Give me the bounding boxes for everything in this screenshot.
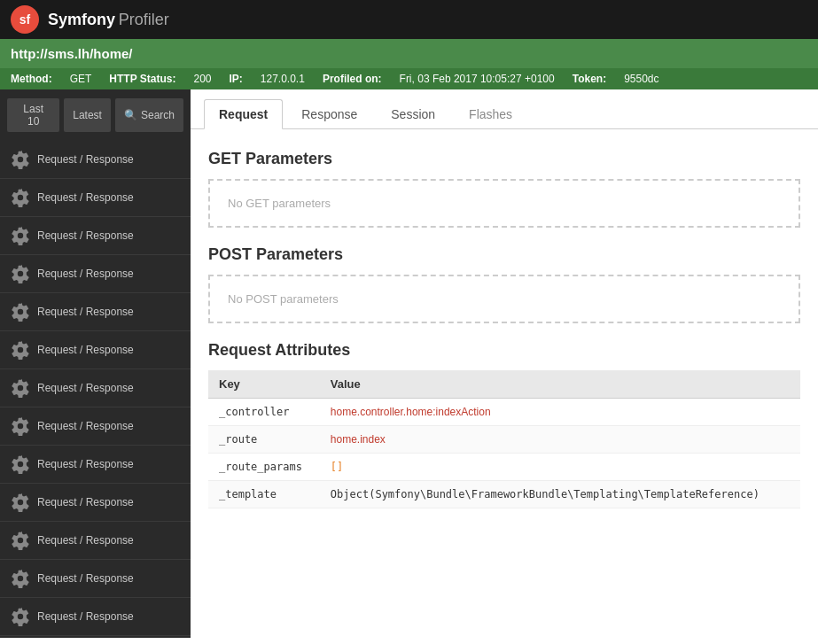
gear-icon: [11, 378, 30, 398]
sidebar-item-label: Request / Response: [37, 306, 134, 318]
method-label: Method:: [11, 73, 52, 85]
table-row: _routehome.index: [208, 426, 800, 454]
url-bar: http://sms.lh/home/: [0, 39, 818, 68]
attr-key: _template: [208, 481, 320, 508]
post-params-title: POST Parameters: [208, 245, 800, 264]
status-label: HTTP Status:: [109, 73, 175, 85]
sidebar-item-label: Request / Response: [37, 191, 134, 204]
gear-icon: [11, 188, 30, 207]
gear-icon: [11, 569, 30, 588]
app-title: Symfony: [48, 11, 115, 29]
gear-icon: [11, 264, 30, 283]
attr-value: []: [320, 454, 800, 481]
sidebar-items-list: Request / Response Request / Response Re…: [0, 141, 191, 636]
tab-flashes[interactable]: Flashes: [454, 99, 527, 129]
gear-icon: [11, 531, 30, 550]
meta-bar: Method: GET HTTP Status: 200 IP: 127.0.0…: [0, 68, 818, 89]
col-key: Key: [208, 370, 320, 399]
sidebar-item-3[interactable]: Request / Response: [0, 255, 191, 293]
sidebar: Last 10 Latest 🔍 Search Request / Respon…: [0, 89, 191, 638]
status-value: 200: [193, 73, 211, 85]
gear-icon: [11, 340, 30, 360]
tab-request[interactable]: Request: [204, 99, 283, 129]
sidebar-item-8[interactable]: Request / Response: [0, 446, 191, 484]
sidebar-buttons: Last 10 Latest 🔍 Search: [0, 89, 191, 141]
sidebar-item-label: Request / Response: [37, 458, 134, 470]
get-params-title: GET Parameters: [208, 150, 800, 168]
gear-icon: [11, 607, 30, 626]
symfony-logo: sf: [11, 5, 39, 34]
gear-icon: [11, 226, 30, 245]
profiled-label: Profiled on:: [323, 73, 382, 85]
sidebar-item-0[interactable]: Request / Response: [0, 141, 191, 179]
sidebar-item-label: Request / Response: [37, 496, 134, 508]
sidebar-item-label: Request / Response: [37, 153, 134, 166]
search-button[interactable]: 🔍 Search: [115, 98, 183, 132]
token-label: Token:: [573, 73, 606, 85]
table-row: _route_params[]: [208, 454, 800, 481]
sidebar-item-5[interactable]: Request / Response: [0, 331, 191, 369]
col-value: Value: [320, 370, 800, 399]
attr-key: _controller: [208, 399, 320, 426]
sidebar-item-10[interactable]: Request / Response: [0, 522, 191, 560]
sidebar-item-12[interactable]: Request / Response: [0, 598, 191, 636]
sidebar-item-1[interactable]: Request / Response: [0, 179, 191, 217]
sidebar-item-7[interactable]: Request / Response: [0, 407, 191, 446]
post-params-empty-text: No POST parameters: [228, 292, 339, 306]
sidebar-item-label: Request / Response: [37, 268, 134, 280]
content-body: GET Parameters No GET parameters POST Pa…: [191, 129, 818, 522]
latest-button[interactable]: Latest: [64, 98, 111, 132]
gear-icon: [11, 150, 30, 169]
gear-icon: [11, 302, 30, 322]
get-params-empty-text: No GET parameters: [228, 197, 331, 210]
tab-response[interactable]: Response: [286, 99, 372, 129]
token-value: 9550dc: [624, 73, 658, 85]
table-row: _templateObject(Symfony\Bundle\Framework…: [208, 481, 800, 508]
attr-key: _route: [208, 426, 320, 454]
search-icon: 🔍: [124, 109, 137, 121]
sidebar-item-label: Request / Response: [37, 610, 134, 623]
sidebar-item-label: Request / Response: [37, 229, 134, 242]
request-attrs-table: Key Value _controllerhome.controller.hom…: [208, 370, 800, 508]
sidebar-item-6[interactable]: Request / Response: [0, 369, 191, 407]
tabs-bar: Request Response Session Flashes: [191, 89, 818, 129]
get-params-empty: No GET parameters: [208, 179, 800, 228]
gear-icon: [11, 416, 30, 436]
attr-value: home.index: [320, 426, 800, 454]
tab-session[interactable]: Session: [376, 99, 450, 129]
attr-value: home.controller.home:indexAction: [320, 399, 800, 426]
sidebar-item-label: Request / Response: [37, 382, 134, 394]
sidebar-item-label: Request / Response: [37, 420, 134, 432]
profiled-value: Fri, 03 Feb 2017 10:05:27 +0100: [400, 73, 555, 85]
ip-label: IP:: [229, 73, 242, 85]
last10-button[interactable]: Last 10: [7, 98, 59, 132]
sidebar-item-2[interactable]: Request / Response: [0, 217, 191, 255]
url-text: http://sms.lh/home/: [11, 46, 133, 61]
sidebar-item-label: Request / Response: [37, 534, 134, 547]
topbar: sf Symfony Profiler: [0, 0, 818, 39]
sidebar-item-label: Request / Response: [37, 572, 134, 585]
logo-text: sf: [19, 12, 30, 27]
post-params-empty: No POST parameters: [208, 275, 800, 323]
attr-key: _route_params: [208, 454, 320, 481]
sidebar-item-label: Request / Response: [37, 344, 134, 356]
gear-icon: [11, 493, 30, 512]
method-value: GET: [70, 73, 92, 85]
table-row: _controllerhome.controller.home:indexAct…: [208, 399, 800, 426]
gear-icon: [11, 454, 30, 474]
attr-value: Object(Symfony\Bundle\FrameworkBundle\Te…: [320, 481, 800, 508]
sidebar-item-11[interactable]: Request / Response: [0, 560, 191, 598]
content-area: Request Response Session Flashes GET Par…: [191, 89, 818, 638]
search-label: Search: [141, 109, 175, 121]
main-layout: Last 10 Latest 🔍 Search Request / Respon…: [0, 89, 818, 638]
app-subtitle: Profiler: [119, 11, 169, 29]
sidebar-item-9[interactable]: Request / Response: [0, 484, 191, 522]
request-attrs-title: Request Attributes: [208, 341, 800, 360]
sidebar-item-4[interactable]: Request / Response: [0, 293, 191, 331]
ip-value: 127.0.0.1: [261, 73, 305, 85]
